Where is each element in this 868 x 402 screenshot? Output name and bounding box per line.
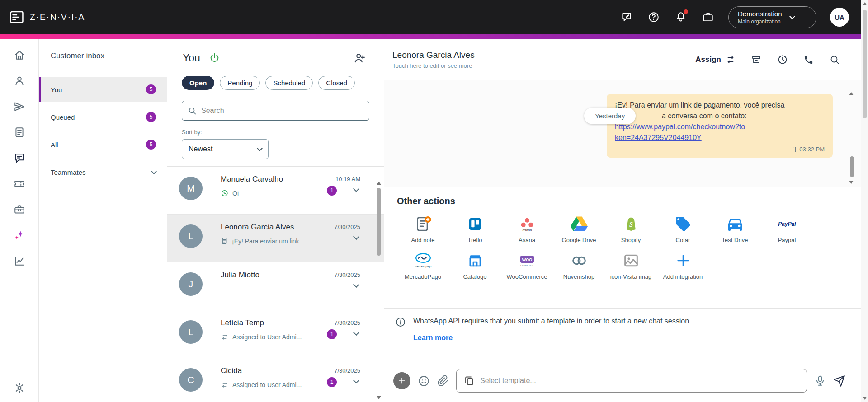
assign-label: Assign [695,55,721,64]
conversation-search[interactable] [182,101,369,121]
search-icon[interactable] [829,54,840,65]
action-woocommerce[interactable]: WOOCOMMERCE Nuvemshop WooCommerce [501,250,553,280]
action-add-note[interactable]: Add note [397,214,449,244]
filter-closed[interactable]: Closed [318,76,355,90]
page-scrollbar-thumb[interactable] [863,10,867,118]
avatar: C [179,368,203,392]
emoji-icon[interactable] [418,375,430,387]
attachment-icon[interactable] [437,375,449,387]
document-icon [221,237,228,245]
conversation-item-selected[interactable]: L Leonora Garcia Alves 7/30/2025 ¡Ey! Pa… [167,215,384,262]
add-note-icon [397,214,449,234]
date-separator: Yesterday [584,108,636,124]
learn-more-link[interactable]: Learn more [413,334,453,342]
home-icon[interactable] [9,49,29,61]
chevron-down-icon[interactable] [353,281,359,288]
conversation-time: 7/30/2025 [334,224,360,230]
action-shopify[interactable]: S Shopify [605,214,657,244]
template-select-input[interactable] [480,377,799,385]
composer-plus-button[interactable] [393,372,410,389]
ai-sparkles-icon[interactable] [9,229,29,241]
paypal-icon: PayPal [761,214,813,234]
sidebar-item-queued[interactable]: Queued 5 [39,104,167,130]
search-icon [188,106,197,115]
send-icon[interactable] [833,375,845,387]
page-scrollbar[interactable] [861,0,868,402]
mic-icon[interactable] [814,375,826,387]
filter-open[interactable]: Open [182,76,214,90]
action-catalogo[interactable]: Catalogo [449,250,501,280]
sort-label: Sort by: [182,129,369,136]
chat-edit-icon[interactable] [620,10,633,24]
organization-selector[interactable]: Demonstration Main organization [728,6,816,28]
other-actions-title: Other actions [397,196,848,206]
whatsapp-template-banner: WhatsApp API requires that you submit a … [384,308,861,362]
notifications-icon[interactable] [674,10,688,24]
assign-swap-icon [726,55,736,65]
sidebar-item-teammates[interactable]: Teammates [39,159,167,185]
tickets-icon[interactable] [9,178,29,190]
docs-icon[interactable] [9,126,29,138]
conversation-time: 10:19 AM [335,176,360,182]
availability-power-icon[interactable] [208,52,221,64]
shopify-icon: S [605,214,657,234]
analytics-icon[interactable] [9,255,29,267]
sidebar-item-you[interactable]: You 5 [39,77,167,102]
assign-button[interactable]: Assign [695,55,736,65]
info-icon [395,317,406,327]
search-input[interactable] [201,107,363,115]
action-broken-integration[interactable]: icon-Visita imag [605,250,657,280]
count-badge: 5 [146,112,156,122]
storefront-icon [449,250,501,271]
action-cotar[interactable]: Cotar [657,214,709,244]
messages-scroll-down[interactable] [849,181,854,184]
action-test-drive[interactable]: Test Drive [709,214,761,244]
archive-icon[interactable] [751,54,762,65]
history-icon[interactable] [777,54,788,65]
contact-name[interactable]: Leonora Garcia Alves [392,50,475,60]
settings-icon[interactable] [9,382,29,394]
contact-info[interactable]: Leonora Garcia Alves Touch here to edit … [392,50,475,69]
sidebar-item-all[interactable]: All 5 [39,132,167,157]
messages-scroll-up[interactable] [849,92,854,95]
action-add-integration[interactable]: Add integration [657,250,709,280]
conversation-item[interactable]: M Manuela Carvalho 10:19 AM Oi 1 [167,167,384,215]
list-scroll-up[interactable] [377,182,381,185]
list-scroll-down[interactable] [377,396,381,399]
conversation-item[interactable]: C Cicida 7/30/2025 Assigned to User Admi… [167,358,384,402]
brand[interactable]: Z·E·N·V·I·A [9,9,85,25]
toolbox-icon[interactable] [9,204,29,215]
action-paypal[interactable]: PayPal Paypal [761,214,813,244]
list-scrollbar-thumb[interactable] [377,188,381,256]
contacts-icon[interactable] [9,75,29,87]
page-scroll-down[interactable] [863,397,867,400]
action-trello[interactable]: Trello [449,214,501,244]
page-scroll-up[interactable] [863,2,867,5]
action-google-drive[interactable]: Google Drive [553,214,605,244]
template-select-box[interactable] [456,369,807,393]
help-icon[interactable] [647,10,660,24]
chat-panel: Leonora Garcia Alves Touch here to edit … [384,39,861,402]
payment-link[interactable]: https://www.paypal.com/checkoutnow?token… [615,122,749,143]
filter-pending[interactable]: Pending [220,76,260,90]
action-nuvemshop[interactable]: Nuvemshop [553,250,605,280]
messages-scrollbar-thumb[interactable] [850,156,854,177]
unread-badge: 1 [327,329,337,339]
chat-header: Leonora Garcia Alves Touch here to edit … [384,39,861,80]
sort-dropdown[interactable]: Newest [182,139,269,159]
filter-scheduled[interactable]: Scheduled [265,76,313,90]
call-icon[interactable] [803,55,814,65]
action-asana[interactable]: asana Asana [501,214,553,244]
chats-icon[interactable] [9,152,29,164]
conversation-item[interactable]: J Julia Miotto 7/30/2025 [167,262,384,310]
conversation-preview: Oi [232,190,239,197]
google-drive-icon [553,214,605,234]
action-mercadopago[interactable]: mercado pago MercadoPago [397,250,449,280]
unread-badge: 1 [327,186,337,196]
sidebar-item-label: All [51,141,58,149]
conversation-item[interactable]: L Letícia Temp 7/30/2025 Assigned to Use… [167,310,384,358]
campaigns-icon[interactable] [9,101,29,112]
add-person-icon[interactable] [353,51,366,64]
user-avatar[interactable]: UA [830,8,849,27]
workspace-icon[interactable] [701,10,715,24]
